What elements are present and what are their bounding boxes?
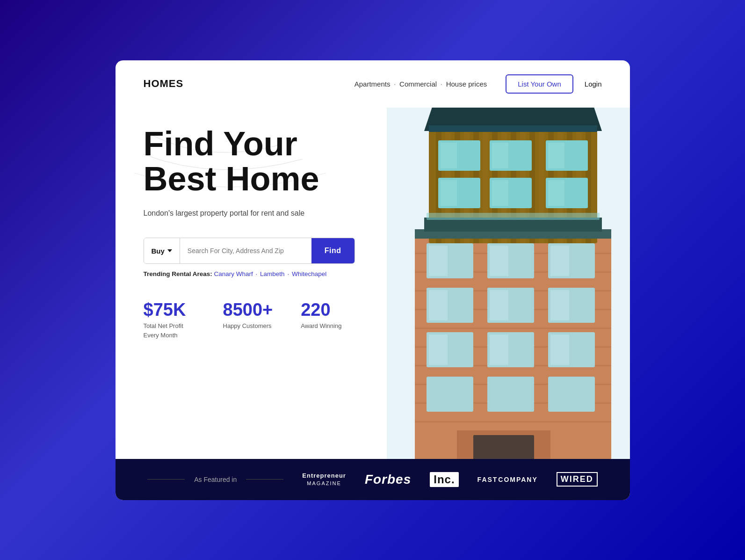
stat-value-0: $75K bbox=[144, 301, 195, 319]
svg-rect-43 bbox=[548, 180, 564, 206]
nav-link-apartments[interactable]: Apartments bbox=[354, 80, 391, 88]
trending-areas: Trending Rental Areas: Canary Wharf · La… bbox=[144, 270, 355, 277]
buy-label: Buy bbox=[152, 247, 165, 255]
svg-rect-50 bbox=[429, 246, 448, 276]
nav-separator-2: · bbox=[441, 80, 442, 87]
svg-rect-51 bbox=[490, 246, 508, 276]
find-button[interactable]: Find bbox=[311, 238, 354, 263]
stat-1: 8500+ Happy Customers bbox=[223, 301, 273, 331]
login-link[interactable]: Login bbox=[585, 80, 602, 88]
building-image bbox=[387, 108, 630, 459]
logo-fastcompany: FAST COMPANY bbox=[477, 476, 538, 483]
site-logo: HOMES bbox=[144, 78, 184, 90]
logo-forbes: Forbes bbox=[365, 472, 411, 487]
svg-rect-67 bbox=[548, 377, 595, 412]
featured-label: As Featured in bbox=[194, 476, 237, 483]
svg-rect-36 bbox=[492, 143, 508, 168]
list-your-own-button[interactable]: List Your Own bbox=[506, 74, 573, 94]
trending-area-1[interactable]: Lambeth bbox=[260, 270, 285, 277]
svg-rect-65 bbox=[427, 377, 473, 412]
svg-rect-42 bbox=[492, 180, 508, 206]
hero-title: Find Your Best Home bbox=[144, 126, 355, 197]
stats-section: $75K Total Net Profit Every Month 8500+ … bbox=[144, 301, 355, 340]
svg-rect-6 bbox=[415, 327, 611, 329]
chevron-down-icon bbox=[167, 249, 172, 252]
trending-area-0[interactable]: Canary Wharf bbox=[214, 270, 253, 277]
svg-rect-63 bbox=[490, 335, 508, 365]
featured-line-left bbox=[147, 479, 185, 480]
search-input[interactable] bbox=[180, 238, 311, 263]
stat-0: $75K Total Net Profit Every Month bbox=[144, 301, 195, 340]
svg-rect-41 bbox=[441, 180, 457, 206]
logo-inc: Inc. bbox=[430, 472, 458, 487]
svg-rect-66 bbox=[487, 377, 534, 412]
nav-link-house-prices[interactable]: House prices bbox=[446, 80, 487, 88]
stat-value-1: 8500+ bbox=[223, 301, 273, 319]
stat-label-2: Award Winning bbox=[301, 321, 341, 331]
trending-label: Trending Rental Areas: bbox=[144, 270, 212, 277]
featured-line-right bbox=[246, 479, 283, 480]
stat-value-2: 220 bbox=[301, 301, 341, 319]
hero-image-section bbox=[383, 108, 630, 459]
svg-rect-62 bbox=[429, 335, 448, 365]
svg-rect-35 bbox=[441, 143, 457, 168]
svg-rect-56 bbox=[429, 290, 448, 320]
buy-dropdown[interactable]: Buy bbox=[144, 238, 180, 263]
svg-rect-31 bbox=[429, 125, 597, 132]
svg-rect-64 bbox=[550, 335, 569, 365]
logo-entrepreneur: EntrepreneurMAGAZINE bbox=[302, 472, 346, 487]
svg-rect-37 bbox=[548, 143, 564, 168]
svg-rect-58 bbox=[550, 290, 569, 320]
main-card: HOMES Apartments · Commercial · House pr… bbox=[116, 60, 630, 500]
hero-section: Find Your Best Home London's largest pro… bbox=[116, 108, 383, 459]
nav-link-commercial[interactable]: Commercial bbox=[399, 80, 437, 88]
hero-subtitle: London's largest property portal for ren… bbox=[144, 207, 321, 219]
stat-label-1: Happy Customers bbox=[223, 321, 273, 331]
main-content: Find Your Best Home London's largest pro… bbox=[116, 108, 630, 459]
stat-label-0: Total Net Profit Every Month bbox=[144, 321, 195, 340]
logo-wired: WIRED bbox=[557, 472, 598, 487]
svg-rect-52 bbox=[550, 246, 569, 276]
featured-section: As Featured in EntrepreneurMAGAZINE Forb… bbox=[116, 459, 630, 500]
svg-rect-69 bbox=[473, 435, 534, 459]
search-bar: Buy Find bbox=[144, 238, 355, 264]
svg-rect-11 bbox=[415, 421, 611, 422]
stat-2: 220 Award Winning bbox=[301, 301, 341, 331]
svg-rect-57 bbox=[490, 290, 508, 320]
featured-logos: EntrepreneurMAGAZINE Forbes Inc. FAST CO… bbox=[302, 472, 598, 487]
nav-links: Apartments · Commercial · House prices bbox=[354, 80, 487, 88]
navbar: HOMES Apartments · Commercial · House pr… bbox=[116, 60, 630, 108]
svg-rect-46 bbox=[427, 213, 600, 220]
nav-separator-1: · bbox=[394, 80, 396, 87]
trending-area-2[interactable]: Whitechapel bbox=[292, 270, 326, 277]
